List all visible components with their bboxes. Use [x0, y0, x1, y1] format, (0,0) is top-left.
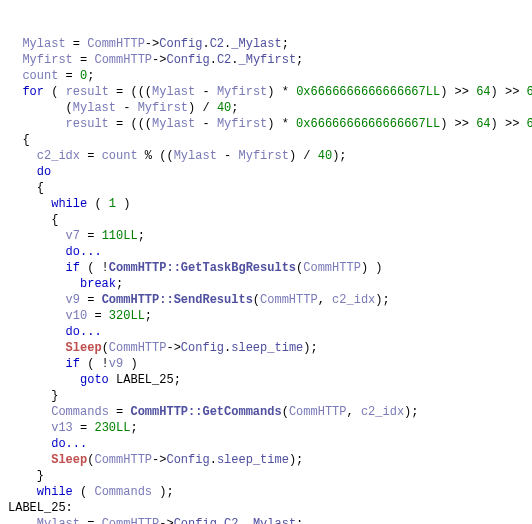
number: 40: [217, 101, 231, 115]
line: do...: [8, 437, 87, 451]
member: C2: [210, 37, 224, 51]
line: }: [8, 469, 44, 483]
keyword-while: while: [51, 197, 87, 211]
identifier: result: [66, 85, 109, 99]
identifier: CommHTTP: [102, 517, 160, 524]
member: Config: [159, 37, 202, 51]
number: 64: [476, 85, 490, 99]
line: v10 = 320LL;: [8, 309, 152, 323]
identifier: Mylast: [174, 149, 217, 163]
keyword-goto: goto: [80, 373, 109, 387]
identifier: v13: [51, 421, 73, 435]
number: 110LL: [102, 229, 138, 243]
identifier: CommHTTP: [109, 341, 167, 355]
member: Config: [174, 517, 217, 524]
line: Mylast = CommHTTP->Config.C2._Mylast;: [8, 37, 289, 51]
line: if ( !CommHTTP::GetTaskBgResults(CommHTT…: [8, 261, 382, 275]
line: Mylast = CommHTTP->Config.C2._Mylast;: [8, 517, 303, 524]
keyword-if: if: [66, 261, 80, 275]
line: Myfirst = CommHTTP->Config.C2._Myfirst;: [8, 53, 303, 67]
member: Config: [166, 453, 209, 467]
identifier: result: [66, 117, 109, 131]
identifier: CommHTTP: [87, 37, 145, 51]
line: Sleep(CommHTTP->Config.sleep_time);: [8, 341, 318, 355]
member: sleep_time: [217, 453, 289, 467]
line: {: [8, 213, 58, 227]
identifier: v10: [66, 309, 88, 323]
number: 230LL: [94, 421, 130, 435]
line: while ( 1 ): [8, 197, 130, 211]
identifier: Myfirst: [138, 101, 188, 115]
function-call: CommHTTP::SendResults: [102, 293, 253, 307]
line: do...: [8, 245, 102, 259]
number: 40: [318, 149, 332, 163]
identifier: CommHTTP: [94, 453, 152, 467]
keyword-do: do...: [66, 245, 102, 259]
function-call: CommHTTP::GetCommands: [130, 405, 281, 419]
line: {: [8, 181, 44, 195]
identifier: count: [22, 69, 58, 83]
identifier: Myfirst: [239, 149, 289, 163]
line: while ( Commands );: [8, 485, 174, 499]
line: (Mylast - Myfirst) / 40;: [8, 101, 238, 115]
keyword-break: break: [80, 277, 116, 291]
number: 0x6666666666666667LL: [296, 85, 440, 99]
keyword-do: do: [37, 165, 51, 179]
identifier: CommHTTP: [289, 405, 347, 419]
keyword-if: if: [66, 357, 80, 371]
identifier: Myfirst: [217, 117, 267, 131]
identifier: c2_idx: [332, 293, 375, 307]
member: Config: [181, 341, 224, 355]
function-call: CommHTTP::GetTaskBgResults: [109, 261, 296, 275]
member: Config: [166, 53, 209, 67]
line: v9 = CommHTTP::SendResults(CommHTTP, c2_…: [8, 293, 390, 307]
line: LABEL_25:: [8, 501, 73, 515]
number: 63: [527, 117, 532, 131]
identifier: Mylast: [37, 517, 80, 524]
line: {: [8, 133, 30, 147]
line: v13 = 230LL;: [8, 421, 138, 435]
line: c2_idx = count % ((Mylast - Myfirst) / 4…: [8, 149, 347, 163]
number: 320LL: [109, 309, 145, 323]
label: LABEL_25:: [8, 501, 73, 515]
code-block: Mylast = CommHTTP->Config.C2._Mylast; My…: [8, 36, 524, 524]
identifier: Mylast: [22, 37, 65, 51]
identifier: Mylast: [152, 117, 195, 131]
keyword-do: do...: [51, 437, 87, 451]
identifier: CommHTTP: [303, 261, 361, 275]
identifier: c2_idx: [361, 405, 404, 419]
identifier: Mylast: [152, 85, 195, 99]
number: 64: [476, 117, 490, 131]
member: sleep_time: [231, 341, 303, 355]
keyword-while: while: [37, 485, 73, 499]
number: 0: [80, 69, 87, 83]
member: C2: [224, 517, 238, 524]
line: result = (((Mylast - Myfirst) * 0x666666…: [8, 117, 532, 131]
line: Commands = CommHTTP::GetCommands(CommHTT…: [8, 405, 419, 419]
line: Sleep(CommHTTP->Config.sleep_time);: [8, 453, 303, 467]
keyword-for: for: [22, 85, 44, 99]
member: C2: [217, 53, 231, 67]
function-call: Sleep: [51, 453, 87, 467]
member: _Myfirst: [238, 53, 296, 67]
keyword-do: do...: [66, 325, 102, 339]
number: 1: [109, 197, 116, 211]
identifier: Myfirst: [217, 85, 267, 99]
line: do...: [8, 325, 102, 339]
identifier: Mylast: [73, 101, 116, 115]
line: v7 = 110LL;: [8, 229, 145, 243]
function-call: Sleep: [66, 341, 102, 355]
line: goto LABEL_25;: [8, 373, 181, 387]
number: 0x6666666666666667LL: [296, 117, 440, 131]
identifier: v9: [109, 357, 123, 371]
line: }: [8, 389, 58, 403]
identifier: Commands: [51, 405, 109, 419]
line: break;: [8, 277, 123, 291]
identifier: count: [102, 149, 138, 163]
member: _Mylast: [246, 517, 296, 524]
identifier: CommHTTP: [260, 293, 318, 307]
number: 63: [527, 85, 532, 99]
member: _Mylast: [231, 37, 281, 51]
line: count = 0;: [8, 69, 94, 83]
line: do: [8, 165, 51, 179]
